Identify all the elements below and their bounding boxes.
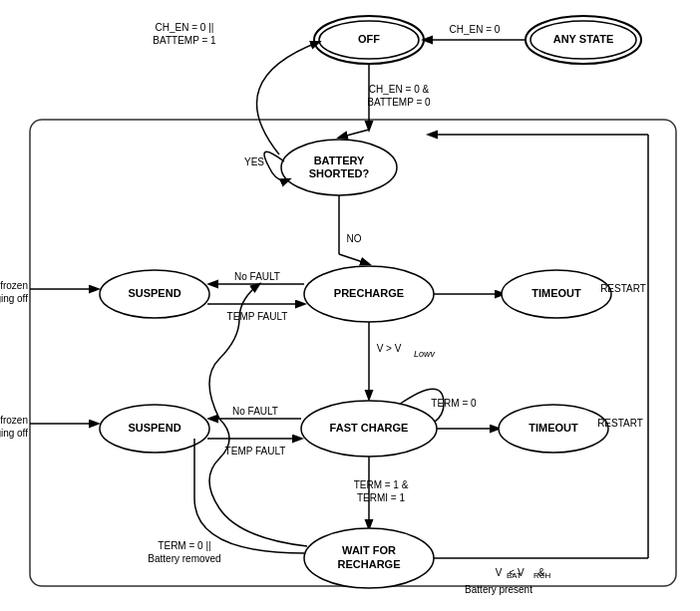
- svg-line-7: [339, 130, 369, 138]
- vbat-amp: &: [538, 567, 545, 578]
- timeout2-label: TIMEOUT: [528, 422, 578, 434]
- suspend1-label: SUSPEND: [128, 287, 180, 299]
- wait-recharge-label1: WAIT FOR: [342, 544, 396, 556]
- no-fault-1-label: No FAULT: [234, 271, 280, 282]
- off-state-label: OFF: [358, 33, 380, 45]
- timer-frozen-1: Timer frozen: [0, 280, 28, 291]
- restart-2-label: RESTART: [597, 418, 643, 429]
- any-state-label: ANY STATE: [553, 33, 614, 45]
- wait-recharge-label2: RECHARGE: [338, 558, 401, 570]
- vbat-lt: < V: [509, 567, 525, 578]
- restart-1-label: RESTART: [600, 283, 646, 294]
- charging-off-1: Charging off: [0, 293, 28, 304]
- precharge-label: PRECHARGE: [334, 287, 404, 299]
- no-label: NO: [347, 233, 362, 244]
- temp-fault-1-label: TEMP FAULT: [227, 311, 288, 322]
- battery-shorted-label2: SHORTED?: [309, 167, 370, 179]
- charging-off-2: Charging off: [0, 428, 28, 439]
- term0-or-battery-label2: Battery removed: [148, 553, 220, 564]
- term1-label: TERM = 1 &: [354, 479, 409, 490]
- term0-or-battery-label1: TERM = 0 ||: [158, 540, 210, 551]
- any-to-off-label: CH_EN = 0: [450, 24, 501, 35]
- v-lowv-label: V > V: [377, 343, 402, 354]
- no-fault-2-label: No FAULT: [232, 406, 278, 417]
- off-condition-label1: CH_EN = 0 ||: [156, 22, 214, 33]
- timer-frozen-2: Timer frozen: [0, 415, 28, 426]
- termi1-label: TERMI = 1: [357, 492, 406, 503]
- svg-line-10: [339, 254, 369, 264]
- off-to-battery-label2: BATTEMP = 0: [367, 97, 431, 108]
- timeout1-label: TIMEOUT: [531, 287, 581, 299]
- suspend2-label: SUSPEND: [128, 422, 180, 434]
- battery-present-label: Battery present: [465, 584, 532, 595]
- yes-label: YES: [244, 156, 264, 167]
- battery-shorted-label1: BATTERY: [314, 154, 365, 166]
- v-lowv-sub: Lowv: [414, 349, 436, 359]
- term-0-self-label: TERM = 0: [431, 398, 477, 409]
- vbat-label: V: [496, 567, 503, 578]
- off-condition-label2: BATTEMP = 1: [153, 35, 216, 46]
- fast-charge-label: FAST CHARGE: [330, 422, 409, 434]
- off-to-battery-label: CH_EN = 0 &: [369, 84, 430, 95]
- temp-fault-2-label: TEMP FAULT: [225, 446, 286, 457]
